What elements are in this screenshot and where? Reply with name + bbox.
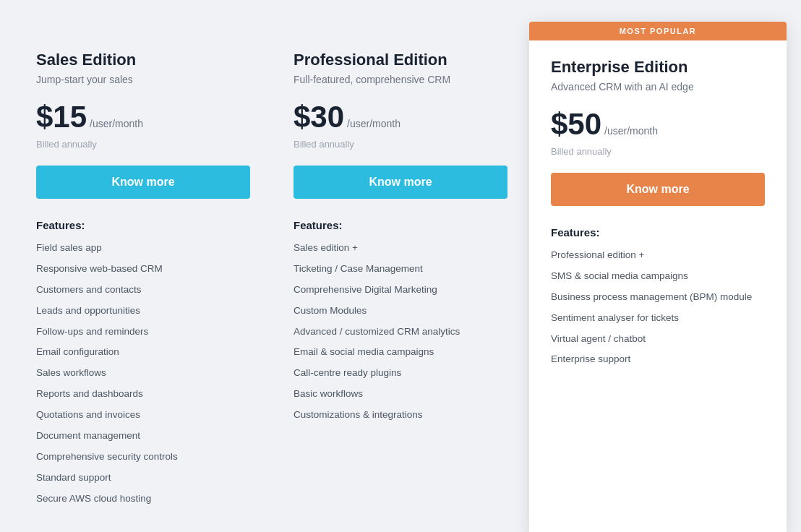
page-wrapper: Sales Edition Jump-start your sales $15 …: [0, 0, 801, 532]
list-item: Business process management (BPM) module: [551, 291, 765, 304]
enterprise-plan-tagline: Advanced CRM with an AI edge: [551, 81, 765, 93]
list-item: Secure AWS cloud hosting: [36, 492, 250, 506]
list-item: Sentiment analyser for tickets: [551, 312, 765, 325]
list-item: Reports and dashboards: [36, 387, 250, 401]
sales-features-label: Features:: [36, 219, 250, 231]
enterprise-plan-name: Enterprise Edition: [551, 58, 765, 77]
sales-plan-card: Sales Edition Jump-start your sales $15 …: [14, 29, 272, 532]
professional-plan-card: Professional Edition Full-featured, comp…: [272, 29, 529, 532]
enterprise-plan-card: MOST POPULAR Enterprise Edition Advanced…: [529, 22, 787, 532]
sales-price-row: $15 /user/month: [36, 100, 250, 134]
list-item: Custom Modules: [294, 304, 507, 318]
sales-price-unit: /user/month: [90, 118, 143, 129]
professional-price-unit: /user/month: [347, 118, 400, 129]
professional-cta-button[interactable]: Know more: [294, 166, 507, 199]
professional-price-amount: $30: [294, 100, 344, 134]
sales-plan-name: Sales Edition: [36, 51, 250, 69]
enterprise-price-amount: $50: [551, 107, 601, 142]
list-item: Basic workflows: [294, 387, 507, 401]
professional-billed-text: Billed annually: [294, 139, 507, 150]
enterprise-price-unit: /user/month: [604, 125, 658, 137]
list-item: Call-centre ready plugins: [294, 366, 507, 380]
professional-plan-tagline: Full-featured, comprehensive CRM: [294, 74, 507, 85]
list-item: Customizations & integrations: [294, 408, 507, 422]
list-item: Professional edition +: [551, 249, 765, 262]
list-item: Comprehensive security controls: [36, 450, 250, 464]
list-item: Comprehensive Digital Marketing: [294, 283, 507, 297]
list-item: Sales workflows: [36, 366, 250, 380]
enterprise-cta-button[interactable]: Know more: [551, 173, 765, 206]
professional-price-row: $30 /user/month: [294, 100, 507, 134]
enterprise-price-row: $50 /user/month: [551, 107, 765, 142]
list-item: Follow-ups and reminders: [36, 325, 250, 339]
enterprise-features-label: Features:: [551, 226, 765, 239]
list-item: SMS & social media campaigns: [551, 270, 765, 283]
pricing-grid: Sales Edition Jump-start your sales $15 …: [14, 29, 787, 532]
list-item: Ticketing / Case Management: [294, 262, 507, 276]
list-item: Advanced / customized CRM analytics: [294, 325, 507, 339]
list-item: Quotations and invoices: [36, 408, 250, 422]
list-item: Email configuration: [36, 346, 250, 359]
list-item: Document management: [36, 429, 250, 443]
list-item: Email & social media campaigns: [294, 346, 507, 359]
enterprise-billed-text: Billed annually: [551, 146, 765, 157]
list-item: Sales edition +: [294, 241, 507, 255]
list-item: Responsive web-based CRM: [36, 262, 250, 276]
most-popular-banner: MOST POPULAR: [529, 22, 787, 40]
list-item: Standard support: [36, 471, 250, 485]
list-item: Virtual agent / chatbot: [551, 332, 765, 346]
sales-cta-button[interactable]: Know more: [36, 166, 250, 199]
professional-features-label: Features:: [294, 219, 507, 231]
sales-price-amount: $15: [36, 100, 87, 134]
list-item: Field sales app: [36, 241, 250, 255]
professional-plan-name: Professional Edition: [294, 51, 507, 69]
list-item: Enterprise support: [551, 353, 765, 366]
list-item: Customers and contacts: [36, 283, 250, 297]
sales-billed-text: Billed annually: [36, 139, 250, 150]
sales-plan-tagline: Jump-start your sales: [36, 74, 250, 85]
list-item: Leads and opportunities: [36, 304, 250, 318]
